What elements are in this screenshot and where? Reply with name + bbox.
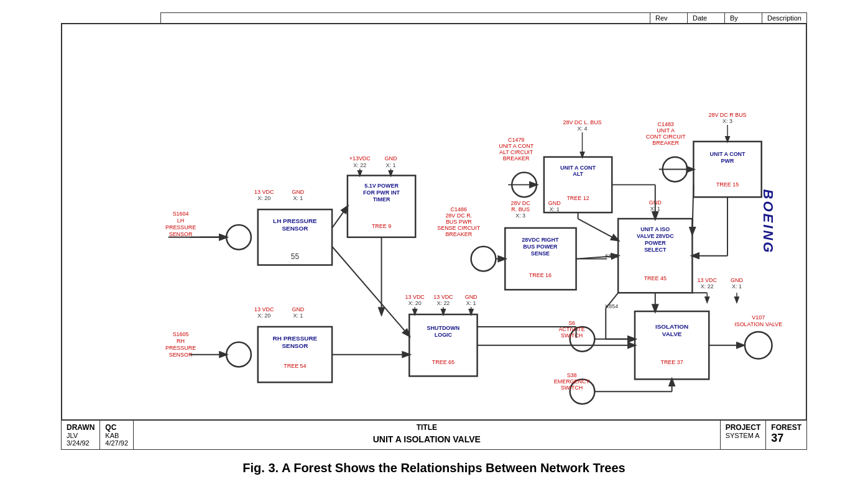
qc-name: KAB: [105, 432, 128, 439]
svg-text:UNIT A ISO: UNIT A ISO: [640, 226, 670, 232]
svg-text:ISOLATION VALVE: ISOLATION VALVE: [734, 321, 782, 327]
svg-line-124: [332, 206, 348, 228]
svg-text:BREAKER: BREAKER: [445, 231, 472, 237]
footer-row: DRAWN JLV 3/24/92 QC KAB 4/27/92 TITLE U…: [61, 421, 807, 450]
svg-text:X: 4: X: 4: [578, 126, 588, 132]
svg-line-133: [692, 185, 693, 234]
date-header: Date: [687, 13, 724, 23]
title-value: UNIT A ISOLATION VALVE: [139, 434, 715, 444]
svg-text:X: 20: X: 20: [257, 313, 270, 319]
svg-text:13 VDC: 13 VDC: [405, 294, 425, 300]
svg-text:GND: GND: [292, 189, 304, 195]
svg-text:X: 3: X: 3: [515, 212, 525, 219]
project-value: SYSTEM A: [726, 432, 761, 439]
svg-text:S6: S6: [568, 320, 575, 326]
svg-text:UNIT A: UNIT A: [657, 127, 675, 134]
svg-text:X: 20: X: 20: [409, 300, 422, 306]
svg-text:FOR PWR INT: FOR PWR INT: [363, 189, 400, 196]
qc-label: QC: [105, 423, 128, 432]
svg-text:X: 22: X: 22: [353, 162, 366, 168]
svg-text:X: 1: X: 1: [386, 162, 395, 168]
svg-text:ALT CIRCUIT: ALT CIRCUIT: [499, 149, 533, 155]
svg-text:LH: LH: [177, 217, 184, 224]
svg-text:SENSOR: SENSOR: [169, 231, 193, 237]
svg-text:SELECT: SELECT: [644, 247, 667, 253]
svg-text:TREE 37: TREE 37: [660, 359, 683, 365]
svg-text:C1479: C1479: [508, 137, 524, 143]
svg-text:SENSE CIRCUIT: SENSE CIRCUIT: [437, 225, 481, 231]
svg-text:28V DC L. BUS: 28V DC L. BUS: [563, 119, 601, 126]
svg-text:C1486: C1486: [451, 206, 467, 212]
svg-text:13 VDC: 13 VDC: [254, 189, 274, 195]
svg-point-107: [745, 332, 772, 359]
description-header: Description: [762, 13, 806, 23]
svg-text:VALVE: VALVE: [662, 331, 682, 337]
svg-text:GND: GND: [385, 155, 397, 162]
svg-text:POWER: POWER: [645, 240, 666, 246]
svg-text:X: 20: X: 20: [257, 195, 270, 201]
svg-text:C1483: C1483: [657, 121, 673, 127]
svg-text:RH: RH: [177, 338, 185, 344]
svg-text:SENSOR: SENSOR: [282, 225, 308, 232]
drawn-name: JLV: [67, 432, 95, 439]
qc-date: 4/27/92: [105, 439, 128, 447]
diagram-wrapper: BOEING LH PRESSURE SENSOR 55 S1604 LH PR…: [61, 23, 807, 421]
svg-text:+13VDC: +13VDC: [349, 155, 371, 162]
svg-text:PWR: PWR: [721, 158, 734, 164]
title-label: TITLE: [139, 423, 715, 432]
svg-text:SENSE: SENSE: [531, 250, 550, 257]
drawn-date: 3/24/92: [67, 439, 95, 447]
svg-text:TREE 15: TREE 15: [716, 181, 739, 188]
svg-text:TREE 54: TREE 54: [284, 363, 306, 369]
svg-text:V107: V107: [752, 314, 765, 321]
svg-text:GND: GND: [731, 277, 743, 283]
svg-text:LOGIC: LOGIC: [435, 332, 453, 338]
footer-forest: FOREST 37: [766, 421, 806, 449]
svg-text:5.1V POWER: 5.1V POWER: [364, 183, 399, 189]
svg-text:TREE 12: TREE 12: [566, 195, 589, 201]
svg-text:VALVE 28VDC: VALVE 28VDC: [637, 233, 674, 239]
svg-text:EMERGENCY: EMERGENCY: [554, 378, 590, 385]
svg-text:S1605: S1605: [173, 331, 189, 337]
svg-text:TIMER: TIMER: [373, 196, 390, 203]
svg-text:TREE 16: TREE 16: [529, 272, 552, 278]
svg-text:X: 1: X: 1: [732, 283, 742, 290]
svg-text:UNIT A CONT: UNIT A CONT: [499, 143, 533, 149]
svg-text:PRESSURE: PRESSURE: [165, 345, 196, 351]
svg-text:S38: S38: [567, 372, 577, 378]
svg-text:28V DC R BUS: 28V DC R BUS: [708, 112, 746, 118]
forest-value: 37: [771, 432, 801, 445]
svg-point-79: [471, 247, 496, 272]
svg-text:28V DC: 28V DC: [510, 200, 530, 206]
svg-text:UNIT A CONT: UNIT A CONT: [710, 151, 746, 157]
project-label: PROJECT: [726, 423, 761, 432]
drawn-label: DRAWN: [67, 423, 95, 432]
svg-text:X: 3: X: 3: [723, 118, 732, 124]
svg-text:PRESSURE: PRESSURE: [165, 224, 196, 230]
svg-line-125: [332, 247, 409, 336]
svg-text:R. BUS: R. BUS: [511, 206, 530, 212]
svg-text:TREE 9: TREE 9: [372, 223, 391, 229]
footer-drawn: DRAWN JLV 3/24/92: [62, 421, 100, 449]
footer-title-section: TITLE UNIT A ISOLATION VALVE: [134, 421, 721, 449]
svg-line-131: [578, 219, 619, 240]
svg-text:TREE 65: TREE 65: [432, 359, 455, 365]
svg-text:TREE 45: TREE 45: [644, 275, 667, 281]
svg-text:BUS POWER: BUS POWER: [523, 244, 558, 250]
svg-text:X: 22: X: 22: [701, 283, 714, 290]
svg-text:X: 1: X: 1: [550, 206, 560, 212]
svg-text:LH PRESSURE: LH PRESSURE: [273, 217, 317, 224]
svg-text:28VDC RIGHT: 28VDC RIGHT: [522, 237, 559, 243]
rev-header: Rev: [650, 13, 687, 23]
svg-text:CONT CIRCUIT: CONT CIRCUIT: [646, 134, 686, 140]
outer-container: Rev Date By Description BOEING LH PRESSU…: [61, 12, 807, 450]
svg-text:SHUTDOWN: SHUTDOWN: [427, 325, 460, 331]
title-block-row: Rev Date By Description: [160, 12, 807, 23]
svg-point-17: [226, 342, 251, 367]
svg-text:SWITCH: SWITCH: [561, 332, 583, 339]
svg-rect-103: [635, 311, 709, 379]
footer-project: PROJECT SYSTEM A: [721, 421, 767, 449]
svg-text:BUS PWR: BUS PWR: [446, 219, 472, 225]
svg-text:X: 1: X: 1: [293, 313, 303, 319]
by-header: By: [724, 13, 762, 23]
